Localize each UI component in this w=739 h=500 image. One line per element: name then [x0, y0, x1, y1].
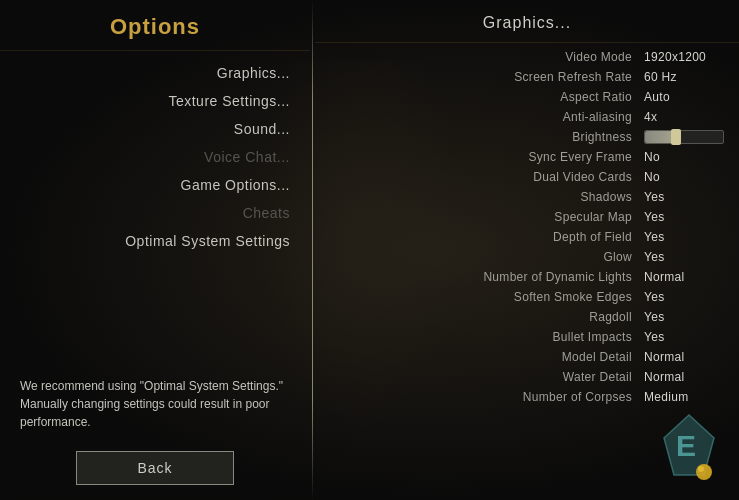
right-panel-title: Graphics... [315, 0, 739, 43]
menu-item-graphics---[interactable]: Graphics... [0, 59, 310, 87]
setting-label: Soften Smoke Edges [325, 290, 644, 304]
setting-row-water-detail[interactable]: Water DetailNormal [315, 367, 739, 387]
setting-value[interactable]: Yes [644, 250, 724, 264]
setting-value[interactable]: Yes [644, 290, 724, 304]
setting-value[interactable]: Medium [644, 390, 724, 404]
setting-row-ragdoll[interactable]: RagdollYes [315, 307, 739, 327]
setting-value[interactable]: Yes [644, 230, 724, 244]
setting-label: Number of Dynamic Lights [325, 270, 644, 284]
setting-label: Specular Map [325, 210, 644, 224]
settings-list: Video Mode1920x1200Screen Refresh Rate60… [315, 43, 739, 411]
setting-label: Screen Refresh Rate [325, 70, 644, 84]
setting-row-shadows[interactable]: ShadowsYes [315, 187, 739, 207]
setting-value[interactable]: 4x [644, 110, 724, 124]
setting-value[interactable]: Auto [644, 90, 724, 104]
setting-value[interactable]: Normal [644, 370, 724, 384]
setting-value[interactable]: No [644, 150, 724, 164]
setting-label: Ragdoll [325, 310, 644, 324]
setting-row-dual-video-cards[interactable]: Dual Video CardsNo [315, 167, 739, 187]
menu-item-voice-chat---: Voice Chat... [0, 143, 310, 171]
left-panel: Options Graphics...Texture Settings...So… [0, 0, 310, 500]
main-container: Options Graphics...Texture Settings...So… [0, 0, 739, 500]
setting-value[interactable]: 60 Hz [644, 70, 724, 84]
setting-value[interactable]: Yes [644, 310, 724, 324]
setting-value[interactable]: Yes [644, 210, 724, 224]
setting-label: Model Detail [325, 350, 644, 364]
brightness-handle[interactable] [671, 129, 681, 145]
setting-row-model-detail[interactable]: Model DetailNormal [315, 347, 739, 367]
setting-row-depth-of-field[interactable]: Depth of FieldYes [315, 227, 739, 247]
menu-item-cheats: Cheats [0, 199, 310, 227]
setting-label: Anti-aliasing [325, 110, 644, 124]
menu-item-game-options---[interactable]: Game Options... [0, 171, 310, 199]
menu-item-optimal-system-settings[interactable]: Optimal System Settings [0, 227, 310, 255]
recommend-text: We recommend using "Optimal System Setti… [20, 377, 290, 431]
setting-value[interactable]: Normal [644, 350, 724, 364]
setting-value[interactable]: 1920x1200 [644, 50, 724, 64]
setting-label: Number of Corpses [325, 390, 644, 404]
setting-row-specular-map[interactable]: Specular MapYes [315, 207, 739, 227]
setting-label: Sync Every Frame [325, 150, 644, 164]
setting-row-number-of-dynamic-lights[interactable]: Number of Dynamic LightsNormal [315, 267, 739, 287]
setting-label: Water Detail [325, 370, 644, 384]
setting-value[interactable]: Yes [644, 330, 724, 344]
setting-value[interactable]: Yes [644, 190, 724, 204]
setting-row-video-mode[interactable]: Video Mode1920x1200 [315, 47, 739, 67]
setting-label: Bullet Impacts [325, 330, 644, 344]
setting-label: Aspect Ratio [325, 90, 644, 104]
setting-row-number-of-corpses[interactable]: Number of CorpsesMedium [315, 387, 739, 407]
back-button-wrapper: Back [20, 451, 290, 485]
setting-value[interactable]: Normal [644, 270, 724, 284]
setting-row-bullet-impacts[interactable]: Bullet ImpactsYes [315, 327, 739, 347]
brightness-slider[interactable] [644, 130, 724, 144]
setting-label: Dual Video Cards [325, 170, 644, 184]
setting-label: Depth of Field [325, 230, 644, 244]
setting-row-sync-every-frame[interactable]: Sync Every FrameNo [315, 147, 739, 167]
left-bottom: We recommend using "Optimal System Setti… [0, 357, 310, 500]
setting-row-soften-smoke-edges[interactable]: Soften Smoke EdgesYes [315, 287, 739, 307]
setting-row-screen-refresh-rate[interactable]: Screen Refresh Rate60 Hz [315, 67, 739, 87]
left-menu: Graphics...Texture Settings...Sound...Vo… [0, 51, 310, 263]
left-panel-title: Options [0, 0, 310, 51]
setting-row-brightness[interactable]: Brightness [315, 127, 739, 147]
right-panel: Graphics... Video Mode1920x1200Screen Re… [315, 0, 739, 500]
setting-row-glow[interactable]: GlowYes [315, 247, 739, 267]
setting-row-aspect-ratio[interactable]: Aspect RatioAuto [315, 87, 739, 107]
menu-item-sound---[interactable]: Sound... [0, 115, 310, 143]
panel-divider [312, 0, 313, 500]
setting-label: Glow [325, 250, 644, 264]
back-button[interactable]: Back [76, 451, 233, 485]
setting-label: Shadows [325, 190, 644, 204]
setting-value[interactable]: No [644, 170, 724, 184]
setting-label: Brightness [325, 130, 644, 144]
menu-item-texture-settings---[interactable]: Texture Settings... [0, 87, 310, 115]
setting-label: Video Mode [325, 50, 644, 64]
setting-row-anti-aliasing[interactable]: Anti-aliasing4x [315, 107, 739, 127]
